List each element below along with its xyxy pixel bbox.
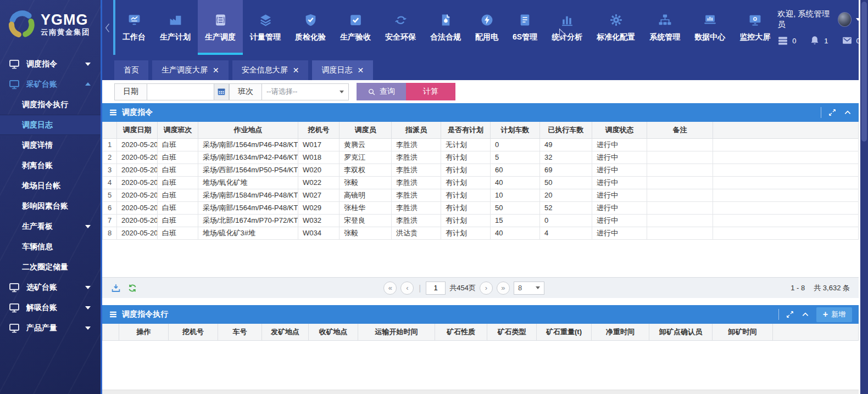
sidebar-item-dispatch-order-execution[interactable]: 调度指令执行 [0, 94, 101, 115]
page-size-select[interactable]: 8 [514, 282, 544, 295]
tab-close-icon[interactable]: ✕ [357, 66, 364, 74]
column-header[interactable]: 调度班次 [158, 122, 198, 138]
topnav-item-system[interactable]: 系统管理 [642, 0, 687, 55]
table-row[interactable]: 42020-05-20白班堆场/氧化矿堆W022张毅李胜洪有计划4050进行中 [103, 176, 859, 189]
tab-home[interactable]: 首页 [114, 60, 148, 80]
sidebar-group-desorption-ledger[interactable]: 解吸台账 [0, 297, 101, 318]
column-header[interactable]: 卸矿点确认员 [649, 324, 713, 340]
column-header[interactable]: 作业地点 [198, 122, 298, 138]
column-header[interactable]: 调度状态 [592, 122, 647, 138]
table-cell: 白班 [158, 151, 198, 164]
topnav-item-safety-env[interactable]: 安全环保 [378, 0, 423, 55]
topnav-item-compliance[interactable]: 合法合规 [423, 0, 468, 55]
column-header[interactable]: 调度员 [340, 122, 392, 138]
column-header[interactable]: 发矿地点 [262, 324, 309, 340]
column-header[interactable]: 挖机号 [169, 324, 218, 340]
sidebar-group-dispatch-orders[interactable]: 调度指令 [0, 54, 101, 74]
topnav-item-statistics[interactable]: 统计分析 [544, 0, 589, 55]
topnav-item-metering[interactable]: 计量管理 [243, 0, 288, 55]
column-header[interactable]: 运输开始时间 [358, 324, 435, 340]
table-row[interactable]: 72020-05-20白班采场/北部/1674m/P70-P72/KT52-2W… [103, 214, 859, 227]
table-cell: 堆场/氧化矿堆 [198, 176, 298, 189]
topnav-item-workbench[interactable]: 工作台 [115, 0, 153, 55]
topnav-item-data-center[interactable]: 数据中心 [687, 0, 732, 55]
column-header[interactable]: 已执行车数 [540, 122, 592, 138]
table-cell: 有计划 [441, 151, 491, 164]
column-header[interactable]: 矿石类型 [487, 324, 537, 340]
collapse-panel-icon[interactable] [801, 310, 810, 319]
table-row[interactable]: 82020-05-20白班堆场/硫化矿3#堆W034张毅洪达贵有计划404进行中 [103, 227, 859, 239]
topnav-item-acceptance[interactable]: 生产验收 [333, 0, 378, 55]
sidebar-item-dispatch-detail[interactable]: 调度详情 [0, 135, 101, 155]
dispatch-orders-panel-header: 调度指令 [102, 103, 859, 122]
last-page-button[interactable]: » [497, 282, 510, 295]
table-cell [647, 201, 713, 214]
topnav-item-production-plan[interactable]: 生产计划 [153, 0, 198, 55]
topnav-item-monitor-screen[interactable]: 监控大屏 [732, 0, 777, 55]
column-header[interactable]: 指派员 [392, 122, 441, 138]
tab-close-icon[interactable]: ✕ [293, 66, 299, 74]
column-header[interactable]: 计划车数 [491, 122, 540, 138]
sidebar-item-impact-factor-ledger[interactable]: 影响因素台账 [0, 196, 101, 216]
sidebar-item-stripping-ledger[interactable]: 剥离台账 [0, 155, 101, 176]
first-page-button[interactable]: « [383, 282, 397, 295]
topnav-item-power[interactable]: 配用电 [468, 0, 505, 55]
sidebar-group-beneficiation-ledger[interactable]: 选矿台账 [0, 277, 101, 297]
expand-icon[interactable] [828, 108, 837, 117]
column-header[interactable]: 操作 [119, 324, 169, 340]
column-header[interactable]: 矿石性质 [435, 324, 487, 340]
tab-dispatch-log[interactable]: 调度日志✕ [312, 60, 373, 80]
refresh-icon[interactable] [127, 283, 137, 293]
expand-icon[interactable] [786, 310, 794, 319]
prev-page-button[interactable]: ‹ [400, 282, 414, 295]
column-header[interactable]: 卸矿时间 [713, 324, 773, 340]
tab-close-icon[interactable]: ✕ [213, 66, 219, 74]
sidebar-item-production-board[interactable]: 生产看板 [0, 216, 101, 237]
column-header[interactable]: 收矿地点 [309, 324, 358, 340]
sidebar-item-secondary-delineated-reserves[interactable]: 二次圈定储量 [0, 257, 101, 277]
total-records: 共 3,632 条 [814, 283, 850, 293]
horizontal-scrollbar[interactable] [102, 390, 859, 394]
table-row[interactable]: 32020-05-20白班采场/西部/1564m/P50-P54/KT52-2a… [103, 164, 859, 176]
table-row[interactable]: 62020-05-20白班采场/南部/1564m/P46-P48/KT52-2a… [103, 201, 859, 214]
column-header[interactable]: 备注 [647, 122, 713, 138]
calc-button[interactable]: 计算 [406, 83, 455, 100]
column-header[interactable]: 矿石重量(t) [537, 324, 592, 340]
badge-tasks[interactable]: 0 [777, 35, 796, 46]
next-page-button[interactable]: › [480, 282, 493, 295]
column-header[interactable]: 车号 [218, 324, 262, 340]
date-input[interactable] [147, 83, 214, 100]
calendar-icon[interactable] [214, 83, 229, 100]
sidebar-item-vehicle-info[interactable]: 车辆信息 [0, 237, 101, 257]
tab-safety-info-screen[interactable]: 安全信息大屏✕ [232, 60, 309, 80]
sidebar-item-dispatch-log[interactable]: 调度日志 [0, 115, 101, 135]
vertical-scrollbar[interactable] [860, 0, 868, 394]
page-input[interactable] [426, 282, 446, 295]
add-record-button[interactable]: + 新增 [816, 307, 852, 322]
badge-alerts[interactable]: 1 [809, 35, 828, 46]
table-row[interactable]: 12020-05-20白班采场/南部/1564m/P46-P48/KT52-2a… [103, 138, 859, 151]
tab-production-dispatch-screen[interactable]: 生产调度大屏✕ [152, 60, 229, 80]
column-header[interactable]: 挖机号 [298, 122, 340, 138]
shift-select[interactable]: --请选择-- [262, 83, 349, 100]
topnav-item-quality-test[interactable]: 质检化验 [288, 0, 333, 55]
topnav-item-standard-config[interactable]: 标准化配置 [589, 0, 642, 55]
column-header[interactable]: 调度日期 [117, 122, 158, 138]
query-button[interactable]: 查询 [357, 83, 406, 100]
sidebar-group-product-output[interactable]: 产品产量 [0, 318, 101, 338]
column-header[interactable]: 是否有计划 [441, 122, 491, 138]
table-row[interactable]: 22020-05-20白班采场/南部/1634m/P42-P46/KT44W01… [103, 151, 859, 164]
topnav-item-production-dispatch[interactable]: 生产调度 [198, 0, 243, 55]
sidebar-item-yard-daily-ledger[interactable]: 堆场日台帐 [0, 176, 101, 196]
table-row[interactable]: 52020-05-20白班采场/南部/1584m/P46-P48/KT52-2a… [103, 189, 859, 201]
collapse-panel-icon[interactable] [843, 108, 852, 117]
scrollbar-thumb[interactable] [861, 2, 867, 142]
export-icon[interactable] [111, 283, 121, 293]
user-menu[interactable]: 欢迎, 系统管理员 [777, 9, 860, 30]
avatar[interactable] [838, 12, 852, 27]
sidebar-group-mining-ledger[interactable]: 采矿台账 [0, 74, 101, 94]
badge-messages[interactable]: 0 [842, 35, 860, 46]
column-header[interactable]: 净重时间 [592, 324, 649, 340]
topnav-item-6s[interactable]: 6S管理 [505, 0, 544, 55]
sidebar-collapse-button[interactable] [102, 0, 113, 55]
